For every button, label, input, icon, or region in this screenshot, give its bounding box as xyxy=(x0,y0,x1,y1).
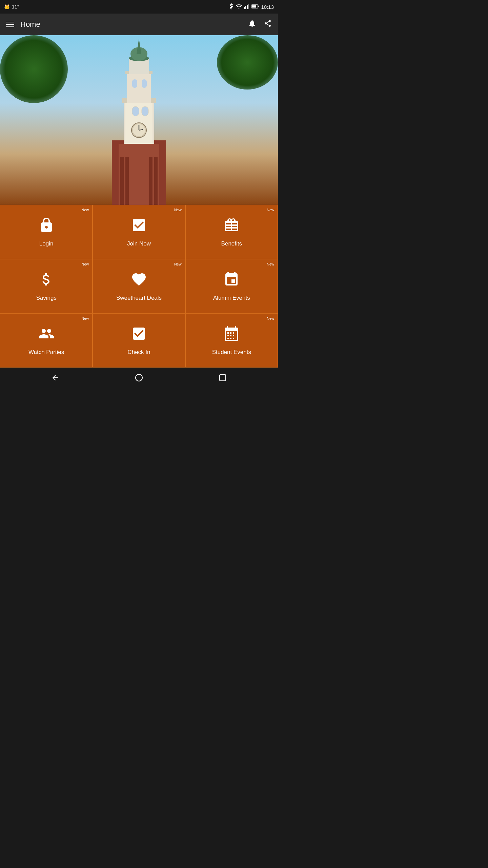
svg-rect-24 xyxy=(132,79,137,88)
tile-join-now[interactable]: NewJoin Now xyxy=(93,205,185,259)
svg-rect-1 xyxy=(245,6,246,9)
bell-button[interactable] xyxy=(248,19,256,29)
svg-rect-5 xyxy=(252,5,256,8)
tile-savings[interactable]: NewSavings xyxy=(0,259,93,313)
new-badge: New xyxy=(267,316,274,320)
svg-point-30 xyxy=(136,374,142,381)
hero-image xyxy=(0,35,278,205)
savings-icon xyxy=(38,271,55,290)
page-title: Home xyxy=(20,20,40,29)
benefits-label: Benefits xyxy=(221,240,242,247)
benefits-icon xyxy=(223,217,240,236)
svg-rect-12 xyxy=(127,73,151,103)
svg-rect-26 xyxy=(120,157,124,205)
recents-button[interactable] xyxy=(216,371,229,384)
svg-rect-31 xyxy=(220,375,226,381)
svg-rect-14 xyxy=(129,59,149,74)
status-right: 10:13 xyxy=(229,3,274,11)
status-bar: 🐱 11° xyxy=(0,0,278,14)
join-now-icon xyxy=(131,217,147,236)
svg-rect-27 xyxy=(125,157,129,205)
bluetooth-icon xyxy=(229,3,234,11)
alumni-events-icon xyxy=(223,271,240,290)
watch-parties-label: Watch Parties xyxy=(28,349,64,356)
nav-right xyxy=(248,19,272,29)
svg-rect-25 xyxy=(142,79,147,88)
hamburger-menu-button[interactable] xyxy=(6,22,14,27)
share-button[interactable] xyxy=(264,19,272,29)
home-button[interactable] xyxy=(132,371,146,384)
login-label: Login xyxy=(39,240,54,247)
svg-rect-2 xyxy=(247,5,248,9)
bottom-nav-bar xyxy=(0,368,278,388)
nav-left: Home xyxy=(6,20,40,29)
time: 10:13 xyxy=(261,4,274,10)
battery-icon xyxy=(251,4,259,9)
svg-rect-0 xyxy=(244,7,245,9)
new-badge: New xyxy=(174,262,182,266)
menu-grid: NewLoginNewJoin NowNewBenefitsNewSavings… xyxy=(0,205,278,368)
tile-student-events[interactable]: NewStudent Events xyxy=(185,313,278,368)
new-badge: New xyxy=(81,262,89,266)
student-events-icon xyxy=(223,326,240,344)
tile-check-in[interactable]: Check In xyxy=(93,313,185,368)
svg-rect-3 xyxy=(248,4,249,9)
status-left: 🐱 11° xyxy=(4,4,19,9)
svg-rect-6 xyxy=(258,6,259,7)
svg-rect-8 xyxy=(119,144,159,205)
new-badge: New xyxy=(174,208,182,212)
tree-right xyxy=(217,35,278,90)
login-icon xyxy=(38,217,55,236)
new-badge: New xyxy=(81,316,89,320)
tile-sweetheart-deals[interactable]: NewSweetheart Deals xyxy=(93,259,185,313)
tile-watch-parties[interactable]: NewWatch Parties xyxy=(0,313,93,368)
student-events-label: Student Events xyxy=(212,349,251,356)
tree-left xyxy=(0,35,68,103)
savings-label: Savings xyxy=(36,295,56,301)
tile-login[interactable]: NewLogin xyxy=(0,205,93,259)
wifi-icon xyxy=(236,4,242,10)
svg-rect-29 xyxy=(154,157,158,205)
campus-tower xyxy=(92,39,186,205)
join-now-label: Join Now xyxy=(127,240,151,247)
temperature: 11° xyxy=(12,4,19,9)
new-badge: New xyxy=(81,208,89,212)
tile-benefits[interactable]: NewBenefits xyxy=(185,205,278,259)
check-in-label: Check In xyxy=(127,349,150,356)
nav-bar: Home xyxy=(0,14,278,35)
new-badge: New xyxy=(267,208,274,212)
check-in-icon xyxy=(131,326,147,344)
alumni-events-label: Alumni Events xyxy=(213,295,250,301)
tile-alumni-events[interactable]: NewAlumni Events xyxy=(185,259,278,313)
new-badge: New xyxy=(267,262,274,266)
cat-icon: 🐱 xyxy=(4,4,10,9)
watch-parties-icon xyxy=(38,326,55,344)
svg-rect-23 xyxy=(142,106,148,116)
sweetheart-deals-label: Sweetheart Deals xyxy=(116,295,162,301)
back-button[interactable] xyxy=(48,371,62,384)
svg-marker-17 xyxy=(137,39,141,54)
svg-rect-22 xyxy=(132,106,139,116)
sweetheart-deals-icon xyxy=(131,271,147,290)
signal-icon xyxy=(244,4,249,10)
svg-rect-28 xyxy=(149,157,152,205)
